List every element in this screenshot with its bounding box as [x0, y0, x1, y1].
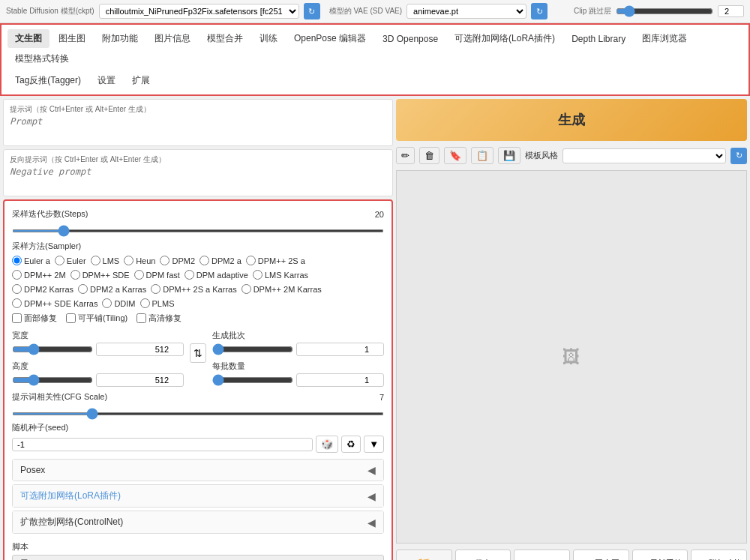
- to-img2img-button[interactable]: >> 图生图: [573, 550, 629, 560]
- width-section: 宽度 高度: [12, 330, 184, 387]
- batch-section: 生成批次 每批数量: [212, 330, 384, 387]
- sampler-dpmpp2skarras[interactable]: DPM++ 2S a Karras: [151, 284, 236, 294]
- steps-slider[interactable]: [12, 229, 384, 232]
- posex-arrow: ◀: [368, 464, 376, 476]
- vae-select[interactable]: animevae.pt: [406, 4, 526, 19]
- batch-size-input[interactable]: [296, 373, 385, 387]
- folder-button[interactable]: 📁: [396, 550, 452, 560]
- model-refresh-button[interactable]: ↻: [304, 3, 320, 19]
- script-label: 脚本: [12, 541, 384, 553]
- trash-button[interactable]: 🗑: [419, 147, 440, 164]
- sampler-dpmpp2m[interactable]: DPM++ 2M: [12, 270, 66, 280]
- checkbox-tiling[interactable]: 可平铺(Tiling): [66, 313, 128, 324]
- sampler-lms[interactable]: LMS: [91, 256, 120, 265]
- bookmark-button[interactable]: 🔖: [444, 147, 466, 164]
- right-panel: 生成 ✏ 🗑 🔖 📋 💾 模板风格 ↻ 🖼 📁 保存 Zip >> 图生图 >>…: [393, 99, 747, 560]
- sampler-dpm2karras[interactable]: DPM2 Karras: [12, 284, 74, 294]
- settings-panel: 采样迭代步数(Steps) 20 采样方法(Sampler) Euler a E…: [3, 199, 393, 560]
- sampler-euler-a[interactable]: Euler a: [12, 256, 50, 265]
- cfg-slider[interactable]: [12, 412, 384, 415]
- clip-slider[interactable]: [616, 5, 713, 17]
- tab-txt2img[interactable]: 文生图: [8, 29, 50, 48]
- lora-header[interactable]: 可选附加网络(LoRA插件) ◀: [13, 485, 383, 507]
- tab-pnginfo[interactable]: 图片信息: [147, 29, 198, 48]
- sampler-dpm2akarras[interactable]: DPM2 a Karras: [78, 284, 146, 294]
- checkbox-face[interactable]: 面部修复: [12, 313, 57, 324]
- seed-dice-button[interactable]: 🎲: [316, 436, 338, 453]
- tab-settings[interactable]: 设置: [90, 71, 123, 90]
- clip-value-input[interactable]: [718, 5, 744, 17]
- height-input[interactable]: [96, 373, 184, 387]
- sampler-heun[interactable]: Heun: [124, 256, 155, 265]
- sampler-dpm2[interactable]: DPM2: [160, 256, 195, 265]
- vae-refresh-button[interactable]: ↻: [531, 3, 548, 19]
- clip-label: Clip 跳过层: [574, 6, 611, 16]
- batch-count-input[interactable]: [296, 343, 385, 356]
- tab-tagger[interactable]: Tag反推(Tagger): [8, 71, 88, 90]
- cfg-label: 提示词相关性(CFG Scale): [12, 391, 107, 403]
- negative-prompt-input[interactable]: [10, 166, 386, 189]
- tab-openpose[interactable]: OpenPose 编辑器: [286, 29, 374, 48]
- sampler-dpm2a[interactable]: DPM2 a: [200, 256, 242, 265]
- sampler-dpmppsdekarras[interactable]: DPM++ SDE Karras: [12, 298, 98, 308]
- tab-depth[interactable]: Depth Library: [564, 31, 633, 47]
- batch-count-label: 生成批次: [212, 330, 384, 341]
- sampler-dpmpp2mkarras[interactable]: DPM++ 2M Karras: [242, 284, 322, 294]
- sampler-ddim[interactable]: DDIM: [102, 298, 135, 308]
- zip-button[interactable]: Zip: [514, 550, 570, 560]
- tab-train[interactable]: 训练: [252, 29, 285, 48]
- seed-label: 随机种子(seed): [12, 422, 384, 433]
- model-section: Stable Diffusion 模型(ckpt) chilloutmix_Ni…: [6, 3, 320, 19]
- controlnet-header[interactable]: 扩散控制网络(ControlNet) ◀: [13, 511, 383, 533]
- swap-wh-button[interactable]: ⇅: [190, 343, 206, 363]
- copy-button[interactable]: 📋: [471, 147, 494, 164]
- negative-prompt-label: 反向提示词（按 Ctrl+Enter 或 Alt+Enter 生成）: [10, 154, 386, 165]
- width-slider[interactable]: [12, 343, 93, 355]
- seed-recycle-button[interactable]: ♻: [341, 436, 361, 453]
- tab-extras[interactable]: 附加功能: [94, 29, 146, 48]
- generate-button[interactable]: 生成: [396, 99, 747, 141]
- seed-input[interactable]: [12, 438, 313, 451]
- sampler-dpmpp2sa[interactable]: DPM++ 2S a: [246, 256, 305, 265]
- batch-size-slider[interactable]: [212, 374, 293, 386]
- tab-convert[interactable]: 模型格式转换: [8, 49, 76, 68]
- height-slider[interactable]: [12, 374, 93, 386]
- clip-section: Clip 跳过层: [574, 5, 744, 17]
- model-select[interactable]: chilloutmix_NiPrunedFp32Fix.safetensors …: [99, 4, 299, 19]
- save-style-button[interactable]: 💾: [498, 147, 520, 164]
- script-select[interactable]: 无: [12, 555, 384, 560]
- vae-label: 模型的 VAE (SD VAE): [329, 6, 402, 16]
- seed-extra-button[interactable]: ▼: [364, 436, 384, 453]
- sampler-lmskarras[interactable]: LMS Karras: [253, 270, 308, 280]
- tab-img2img[interactable]: 图生图: [51, 29, 93, 48]
- batch-count-slider[interactable]: [212, 343, 293, 355]
- sampler-radio-group-4: DPM++ SDE Karras DDIM PLMS: [12, 298, 384, 308]
- checkbox-hires[interactable]: 高清修复: [136, 313, 182, 324]
- vae-section: 模型的 VAE (SD VAE) animevae.pt ↻: [329, 3, 548, 19]
- sampler-dpmfast[interactable]: DPM fast: [134, 270, 180, 280]
- positive-prompt-label: 提示词（按 Ctrl+Enter 或 Alt+Enter 生成）: [10, 104, 386, 115]
- tab-gallery[interactable]: 图库浏览器: [634, 29, 694, 48]
- tab-3dopenpose[interactable]: 3D Openpose: [375, 31, 446, 47]
- template-refresh-button[interactable]: ↻: [730, 148, 747, 164]
- negative-prompt-box: 反向提示词（按 Ctrl+Enter 或 Alt+Enter 生成）: [3, 149, 393, 196]
- template-select[interactable]: [562, 148, 726, 163]
- tab-extensions[interactable]: 扩展: [124, 71, 158, 90]
- sampler-plms[interactable]: PLMS: [140, 298, 175, 308]
- sampler-euler[interactable]: Euler: [55, 256, 86, 265]
- positive-prompt-input[interactable]: [10, 116, 386, 139]
- to-extras-button[interactable]: >> 附加功能: [691, 550, 747, 560]
- batch-size-label: 每批数量: [212, 361, 384, 372]
- width-input[interactable]: [96, 343, 184, 356]
- edit-button[interactable]: ✏: [396, 147, 415, 164]
- sampler-dpmadaptive[interactable]: DPM adaptive: [184, 270, 248, 280]
- tab-lora[interactable]: 可选附加网络(LoRA插件): [447, 29, 562, 48]
- sampler-dpmppsde[interactable]: DPM++ SDE: [70, 270, 130, 280]
- posex-header[interactable]: Posex ◀: [13, 460, 383, 481]
- to-inpaint-button[interactable]: >> 局部重绘: [632, 550, 688, 560]
- tab-merge[interactable]: 模型合并: [200, 29, 250, 48]
- sampler-radio-group: Euler a Euler LMS Heun DPM2 DPM2 a: [12, 256, 384, 265]
- positive-prompt-box: 提示词（按 Ctrl+Enter 或 Alt+Enter 生成）: [3, 99, 393, 146]
- script-section: 脚本 无: [12, 537, 384, 560]
- save-button[interactable]: 保存: [455, 550, 512, 560]
